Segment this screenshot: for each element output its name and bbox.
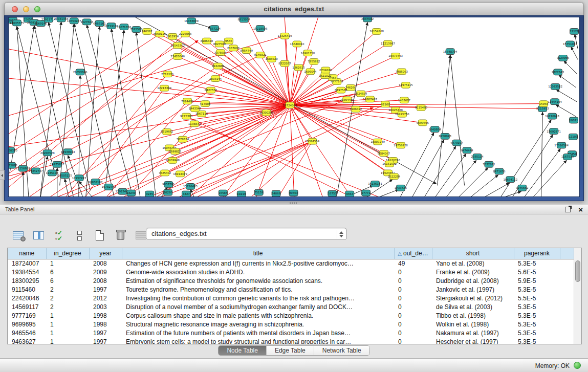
column-header-pagerank[interactable]: pagerank [514, 248, 560, 259]
graph-node[interactable]: 3624554 [355, 91, 367, 97]
graph-node[interactable]: 2718126 [161, 71, 174, 77]
graph-node[interactable]: 9245 [145, 191, 154, 196]
network-canvas[interactable]: 2051314035575250552069140620691462391171… [8, 17, 580, 197]
column-header-short[interactable]: short [432, 248, 514, 259]
citation-edge[interactable] [136, 32, 157, 196]
citation-edge-selected[interactable] [290, 105, 325, 196]
citation-edge-selected[interactable] [213, 141, 312, 196]
graph-node[interactable]: 15751074 [563, 41, 577, 47]
citation-edge-selected[interactable] [180, 105, 290, 174]
graph-node[interactable]: 12093582 [548, 83, 562, 90]
citation-edge-selected[interactable] [290, 68, 299, 105]
citation-edge[interactable] [111, 29, 141, 196]
graph-node[interactable]: 1145193 [46, 170, 59, 176]
citation-edge[interactable] [541, 112, 542, 196]
citation-edge-selected[interactable] [244, 141, 313, 196]
graph-node[interactable]: 7824406 [181, 98, 194, 104]
column-header-name[interactable]: name [8, 248, 46, 259]
graph-node[interactable]: 9684067 [378, 150, 390, 157]
graph-node[interactable]: 17016504 [554, 142, 569, 148]
citation-edge-selected[interactable] [290, 104, 544, 105]
graph-node[interactable]: 6734028 [319, 67, 332, 73]
graph-node[interactable]: 7955812 [308, 58, 320, 64]
citation-edge[interactable] [420, 146, 456, 196]
column-header-out_de[interactable]: △out_de… [394, 248, 432, 259]
citation-edge-selected[interactable] [274, 141, 313, 196]
graph-node[interactable]: 19756928 [394, 142, 408, 148]
graph-node[interactable]: 8322037 [278, 60, 291, 67]
graph-node[interactable]: 9115460 [415, 105, 428, 111]
graph-node[interactable]: 1588520 [265, 56, 278, 62]
float-panel-button[interactable] [565, 207, 571, 212]
table-vertical-scrollbar[interactable] [574, 248, 581, 344]
graph-node[interactable]: 746382 [142, 29, 153, 35]
citation-edge[interactable] [39, 157, 48, 196]
graph-node[interactable]: 20295 [163, 189, 172, 195]
citation-edge-selected[interactable] [290, 78, 333, 105]
graph-node[interactable]: 16136141 [368, 181, 382, 187]
citation-edge[interactable] [430, 154, 466, 196]
graph-node[interactable]: 7515526 [130, 27, 143, 33]
graph-node[interactable]: 417005 [200, 101, 211, 107]
citation-edge-selected[interactable] [19, 66, 218, 196]
graph-node[interactable]: 12213389 [157, 85, 171, 91]
graph-node[interactable]: 12444194 [548, 99, 562, 105]
graph-node[interactable]: 13325419 [278, 33, 292, 39]
new-table-button[interactable] [92, 228, 107, 243]
graph-node[interactable]: 9227343 [552, 69, 564, 75]
graph-node[interactable]: 12975115 [399, 82, 413, 88]
graph-node[interactable]: 10653287 [67, 18, 81, 24]
graph-node[interactable]: 10654112 [503, 177, 517, 183]
tab-node-table[interactable]: Node Table [219, 346, 267, 355]
graph-node[interactable]: 8958923 [439, 133, 452, 139]
table-row[interactable]: 1872400712008Changes of HCN gene express… [8, 259, 574, 268]
graph-node[interactable]: 6479197 [450, 140, 463, 146]
close-panel-button[interactable]: × [578, 205, 583, 214]
graph-node[interactable]: 2887682 [361, 17, 374, 22]
table-row[interactable]: 1938455462009Genome-wide association stu… [8, 268, 574, 276]
citation-edge-selected[interactable] [290, 44, 297, 105]
citation-edge[interactable] [105, 30, 124, 186]
delete-table-button[interactable] [113, 228, 128, 243]
table-row[interactable]: 2242004622012Investigating the contribut… [8, 294, 574, 302]
citation-edge-selected[interactable] [229, 41, 290, 105]
graph-node[interactable]: 1733426 [395, 185, 407, 191]
graph-node[interactable]: 16914479 [173, 171, 187, 177]
graph-node[interactable]: 75159 [254, 189, 264, 195]
citation-edge[interactable] [23, 172, 24, 196]
graph-node[interactable]: 97771 [361, 190, 370, 196]
graph-node[interactable]: 18249 [127, 190, 136, 196]
graph-node[interactable]: 20364486 [340, 97, 354, 103]
graph-node[interactable]: 9699695 [417, 120, 429, 126]
graph-node[interactable]: 1912954 [166, 33, 179, 39]
citation-edge-selected[interactable] [9, 34, 160, 139]
table-row[interactable]: 946362711997Embryonic stem cells: a mode… [8, 337, 574, 344]
graph-node[interactable]: 2935114 [471, 154, 484, 160]
column-header-title[interactable]: title [122, 248, 394, 259]
citation-edge[interactable] [472, 183, 510, 196]
graph-node[interactable]: 17957223 [72, 175, 86, 181]
graph-node[interactable]: 20206528 [40, 150, 55, 156]
graph-node[interactable]: 9146821 [254, 52, 266, 58]
table-row[interactable]: 969969511998Structural magnetic resonanc… [8, 320, 574, 329]
graph-node[interactable]: 9129966 [557, 55, 570, 61]
graph-node[interactable]: 11128 [570, 29, 579, 35]
column-header-in_degree[interactable]: in_degree [46, 248, 89, 259]
graph-node[interactable]: 8186328 [201, 38, 213, 44]
graph-node[interactable]: 14068 [272, 190, 281, 196]
graph-node[interactable]: 7632621 [483, 161, 495, 167]
citation-edge[interactable] [575, 34, 578, 48]
graph-node[interactable]: 9245652 [516, 185, 528, 191]
graph-node[interactable]: 90563 [289, 190, 298, 196]
graph-node[interactable]: 9474444 [461, 147, 473, 154]
graph-node[interactable]: 20053346 [73, 69, 88, 75]
graph-node[interactable]: 1362615 [292, 64, 304, 71]
graph-node[interactable]: 8454749 [241, 48, 253, 54]
graph-node[interactable]: 19218506 [253, 26, 268, 32]
graph-node[interactable]: 8427552 [205, 87, 217, 93]
select-rows-button[interactable]: ▫✓▫✓ [51, 228, 67, 243]
graph-node[interactable]: 1919682 [161, 129, 173, 135]
citation-edge-selected[interactable] [9, 78, 290, 105]
graph-node[interactable]: 12103 [569, 134, 578, 140]
graph-node[interactable]: 8427 [182, 191, 191, 196]
